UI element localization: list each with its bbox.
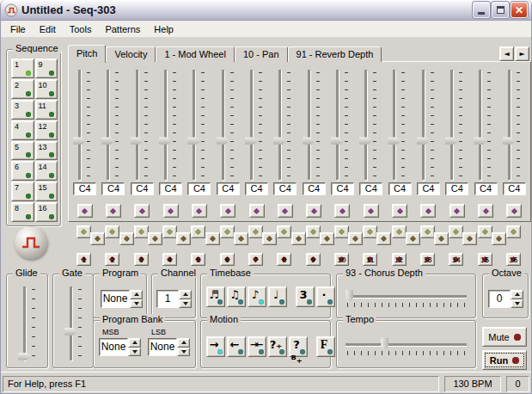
slider-track[interactable] — [508, 70, 511, 180]
timebase-button-6[interactable]: · — [316, 286, 335, 307]
slider-thumb[interactable] — [187, 137, 201, 145]
motion-button-6[interactable]: F — [316, 336, 335, 357]
slide-button-3[interactable] — [134, 204, 150, 218]
note-value-box-6[interactable]: C4 — [217, 182, 240, 195]
gate-on-button-8[interactable] — [277, 225, 291, 238]
slider-thumb[interactable] — [159, 137, 173, 145]
sequence-step-button-6[interactable]: 6 — [11, 161, 34, 181]
slide-button-12[interactable] — [392, 204, 407, 218]
slide-button-13[interactable] — [420, 204, 436, 218]
slider-track[interactable] — [164, 70, 167, 180]
channel-spin-down[interactable] — [179, 299, 192, 309]
pitch-slider-3[interactable] — [128, 68, 156, 182]
tie-button-8[interactable] — [291, 232, 306, 245]
lsb-spin-up[interactable] — [177, 338, 190, 348]
slider-track[interactable] — [23, 286, 26, 360]
timebase-button-2[interactable]: ♫ — [227, 286, 246, 307]
sequence-step-button-15[interactable]: 15 — [35, 182, 58, 201]
note-value-box-10[interactable]: C4 — [331, 182, 354, 195]
tie-button-7[interactable] — [262, 232, 277, 245]
tab-91-reverb-depth[interactable]: 91 - Reverb Depth — [288, 46, 382, 62]
tie-button-5[interactable] — [205, 232, 220, 245]
slide-button-16[interactable] — [506, 204, 522, 218]
slide-button-15[interactable] — [478, 204, 493, 218]
slider-track[interactable] — [422, 70, 425, 180]
gate-on-button-4[interactable] — [162, 225, 177, 238]
tab-scroll-left-button[interactable]: ◄ — [499, 46, 514, 61]
slider-thumb[interactable] — [18, 353, 32, 360]
menu-help[interactable]: Help — [147, 22, 180, 36]
gate-on-button-2[interactable] — [105, 225, 119, 238]
slider-thumb[interactable] — [64, 328, 78, 336]
sequence-step-button-2[interactable]: 2 — [11, 79, 34, 99]
tie-button-14[interactable] — [462, 232, 477, 245]
motion-button-2[interactable]: ← — [227, 336, 246, 357]
pitch-slider-14[interactable] — [443, 68, 471, 182]
run-button[interactable]: Run — [482, 350, 527, 370]
sequence-step-button-1[interactable]: 1 — [11, 58, 34, 78]
timebase-button-3[interactable]: ♪ — [248, 286, 266, 307]
tie-button-11[interactable] — [376, 232, 391, 245]
pitch-slider-9[interactable] — [300, 68, 328, 182]
slider-track[interactable] — [364, 70, 367, 180]
pitch-slider-12[interactable] — [385, 68, 413, 182]
sequence-step-button-12[interactable]: 12 — [35, 120, 58, 140]
gate-on-button-5[interactable] — [191, 225, 205, 238]
sequence-step-button-4[interactable]: 4 — [11, 120, 34, 140]
mute-button[interactable]: Mute — [482, 327, 527, 347]
slider-thumb[interactable] — [331, 137, 345, 145]
gate-on-button-10[interactable] — [334, 225, 349, 238]
pitch-slider-11[interactable] — [357, 68, 385, 182]
slider-thumb[interactable] — [345, 290, 353, 303]
slide-button-11[interactable] — [364, 204, 379, 218]
tie-button-6[interactable] — [234, 232, 248, 245]
sequence-step-button-11[interactable]: 11 — [35, 100, 58, 120]
note-value-box-7[interactable]: C4 — [245, 182, 268, 195]
gate-on-button-11[interactable] — [363, 225, 377, 238]
slide-button-6[interactable] — [220, 204, 235, 218]
tie-button-10[interactable] — [348, 232, 363, 245]
lsb-spin-down[interactable] — [177, 348, 190, 357]
minimize-button[interactable] — [473, 2, 490, 18]
note-value-box-12[interactable]: C4 — [388, 182, 412, 195]
slider-thumb[interactable] — [217, 137, 230, 145]
sequence-step-button-14[interactable]: 14 — [35, 161, 58, 181]
note-value-box-2[interactable]: C4 — [101, 182, 125, 195]
gate-on-button-7[interactable] — [248, 225, 263, 238]
tab-1-mod-wheel[interactable]: 1 - Mod Wheel — [156, 46, 235, 62]
timebase-button-5[interactable]: 3 — [296, 286, 315, 307]
note-value-box-16[interactable]: C4 — [503, 182, 526, 195]
slider-track[interactable] — [450, 70, 453, 180]
note-value-box-5[interactable]: C4 — [187, 182, 211, 195]
sequence-step-button-16[interactable]: 16 — [35, 202, 58, 222]
slider-track[interactable] — [70, 286, 72, 360]
pitch-slider-15[interactable] — [471, 68, 499, 182]
gate-on-button-15[interactable] — [478, 225, 492, 238]
tab-scroll-right-button[interactable]: ► — [515, 46, 529, 61]
slider-thumb[interactable] — [474, 137, 487, 145]
slider-track[interactable] — [393, 70, 395, 180]
glide-slider[interactable] — [7, 285, 47, 362]
sequence-step-button-13[interactable]: 13 — [35, 141, 58, 161]
note-value-box-3[interactable]: C4 — [131, 182, 154, 195]
pitch-slider-5[interactable] — [185, 68, 213, 182]
tie-button-1[interactable] — [90, 232, 105, 245]
gate-on-button-9[interactable] — [306, 225, 321, 238]
slider-track[interactable] — [107, 70, 109, 180]
note-value-box-8[interactable]: C4 — [273, 182, 297, 195]
pitch-slider-8[interactable] — [271, 68, 299, 182]
motion-button-3[interactable]: →← — [248, 336, 266, 357]
slide-button-9[interactable] — [306, 204, 321, 218]
tie-button-3[interactable] — [148, 232, 162, 245]
note-value-box-9[interactable]: C4 — [303, 182, 326, 195]
gate-on-button-16[interactable] — [506, 225, 521, 238]
pitch-slider-6[interactable] — [214, 68, 242, 182]
slider-thumb[interactable] — [417, 137, 431, 145]
sequence-step-button-3[interactable]: 3 — [11, 100, 34, 120]
motion-button-1[interactable]: → — [206, 336, 225, 357]
timebase-button-4[interactable]: ♩ — [268, 286, 287, 307]
note-value-box-1[interactable]: C4 — [73, 182, 96, 195]
slider-track[interactable] — [345, 343, 467, 346]
sequence-step-button-10[interactable]: 10 — [35, 79, 58, 99]
timebase-button-1[interactable]: ♬ — [206, 286, 225, 307]
